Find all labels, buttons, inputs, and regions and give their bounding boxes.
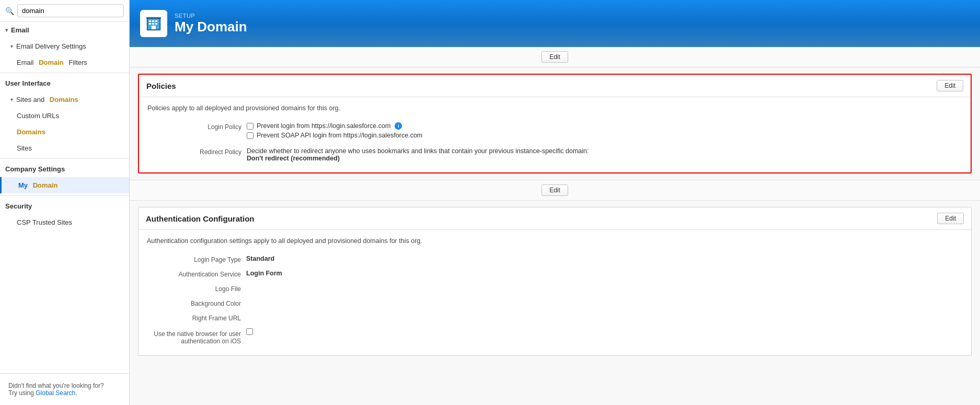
policies-section: Policies Edit Policies apply to all depl… <box>138 74 972 173</box>
sidebar-item-custom-urls[interactable]: Custom URLs <box>0 108 129 124</box>
top-edit-row: Edit <box>130 47 980 67</box>
auth-config-title: Authentication Configuration <box>146 214 254 223</box>
bg-color-row: Background Color <box>147 296 963 310</box>
sidebar-item-domains[interactable]: Domains <box>0 124 129 140</box>
policies-header-row: Policies Edit <box>139 75 971 97</box>
nav-divider-2 <box>0 158 129 159</box>
page-title: My Domain <box>175 19 247 35</box>
sidebar-item-email-delivery[interactable]: ▾ Email Delivery Settings <box>0 38 129 54</box>
sidebar-item-csp-trusted-sites[interactable]: CSP Trusted Sites <box>0 214 129 230</box>
svg-rect-7 <box>155 23 157 25</box>
highlight-domain: Domain <box>37 59 64 66</box>
policies-title: Policies <box>146 82 176 90</box>
sidebar-footer: Didn't find what you're looking for? Try… <box>0 373 129 405</box>
policies-edit-button[interactable]: Edit <box>937 80 963 91</box>
footer-text2: Try using Global Search. <box>8 389 121 397</box>
header-text: SETUP My Domain <box>175 13 247 35</box>
native-browser-checkbox[interactable] <box>246 328 253 335</box>
sidebar-item-company-settings[interactable]: Company Settings <box>0 161 129 177</box>
sidebar-item-email[interactable]: ▾ Email <box>0 22 129 38</box>
auth-config-edit-button[interactable]: Edit <box>937 213 964 224</box>
sidebar-item-sites-domains[interactable]: ▾ Sites and Domains <box>0 91 129 108</box>
main-content: SETUP My Domain Edit Policies Edit Polic… <box>130 0 980 405</box>
svg-rect-8 <box>152 26 156 29</box>
auth-config-body: Authentication configuration settings ap… <box>139 230 971 355</box>
login-policy-row: Login Policy Prevent login from https://… <box>147 119 962 144</box>
svg-rect-9 <box>146 17 161 19</box>
redirect-policy-row: Redirect Policy Decide whether to redire… <box>147 144 962 165</box>
search-icon: 🔍 <box>5 7 14 15</box>
highlight-domains-2: Domains <box>17 128 45 136</box>
info-icon[interactable]: i <box>395 122 402 130</box>
sidebar-item-my-domain[interactable]: My Domain <box>0 177 129 193</box>
checkbox1-label: Prevent login from https://login.salesfo… <box>257 122 390 130</box>
redirect-value: Don't redirect (recommended) <box>247 155 340 162</box>
login-page-type-label: Login Page Type <box>147 255 241 263</box>
checkbox-row-1: Prevent login from https://login.salesfo… <box>247 122 962 130</box>
footer-text1: Didn't find what you're looking for? <box>8 382 121 389</box>
auth-service-value: Login Form <box>246 270 963 277</box>
svg-rect-5 <box>149 23 151 25</box>
middle-edit-row: Edit <box>130 180 980 201</box>
redirect-policy-value: Decide whether to redirect anyone who us… <box>247 147 962 162</box>
nav-divider-3 <box>0 195 129 196</box>
login-page-type-row: Login Page Type Standard <box>147 252 963 267</box>
right-frame-url-label: Right Frame URL <box>147 314 241 322</box>
setup-label: SETUP <box>175 13 247 19</box>
bg-color-label: Background Color <box>147 299 241 307</box>
native-browser-row: Use the native browser for user authenti… <box>147 325 963 348</box>
login-page-type-value: Standard <box>246 255 963 262</box>
auth-config-header-row: Authentication Configuration Edit <box>139 207 971 230</box>
svg-rect-6 <box>152 23 154 25</box>
highlight-domains-1: Domains <box>48 96 78 103</box>
prevent-soap-checkbox[interactable] <box>247 132 253 139</box>
checkbox-row-2: Prevent SOAP API login from https://logi… <box>247 132 962 139</box>
logo-file-row: Logo File <box>147 281 963 296</box>
auth-service-label: Authentication Service <box>147 270 241 278</box>
svg-rect-3 <box>152 20 154 22</box>
native-browser-value <box>246 328 963 337</box>
policies-body: Policies apply to all deployed and provi… <box>139 97 971 172</box>
prevent-login-checkbox[interactable] <box>247 123 253 130</box>
native-browser-label: Use the native browser for user authenti… <box>147 328 241 345</box>
checkbox2-label: Prevent SOAP API login from https://logi… <box>257 132 422 139</box>
search-box: 🔍 <box>0 0 129 22</box>
chevron-down-icon: ▾ <box>5 27 8 33</box>
svg-rect-4 <box>155 20 157 22</box>
nav-divider <box>0 73 129 73</box>
content-area: Edit Policies Edit Policies apply to all… <box>130 47 980 405</box>
highlight-domain-2: Domain <box>31 181 57 189</box>
logo-file-label: Logo File <box>147 284 241 293</box>
top-edit-button[interactable]: Edit <box>541 51 568 63</box>
right-frame-url-row: Right Frame URL <box>147 310 963 325</box>
policies-description: Policies apply to all deployed and provi… <box>147 105 962 112</box>
search-input[interactable] <box>17 4 124 17</box>
header-icon <box>140 10 167 37</box>
svg-rect-2 <box>149 20 151 22</box>
auth-config-section: Authentication Configuration Edit Authen… <box>138 207 972 356</box>
sidebar-item-sites[interactable]: Sites <box>0 140 129 156</box>
sidebar-item-user-interface[interactable]: User Interface <box>0 75 129 91</box>
login-policy-value: Prevent login from https://login.salesfo… <box>247 122 962 141</box>
sidebar: 🔍 ▾ Email ▾ Email Delivery Settings Emai… <box>0 0 130 405</box>
chevron-down-icon: ▾ <box>10 97 13 102</box>
page-header: SETUP My Domain <box>130 0 980 47</box>
redirect-description: Decide whether to redirect anyone who us… <box>247 147 589 155</box>
sidebar-item-email-domain-filters[interactable]: Email Domain Filters <box>0 54 129 71</box>
redirect-policy-label: Redirect Policy <box>147 147 241 156</box>
middle-edit-button[interactable]: Edit <box>541 184 568 196</box>
chevron-down-icon: ▾ <box>10 43 13 49</box>
auth-service-row: Authentication Service Login Form <box>147 267 963 281</box>
global-search-link[interactable]: Global Search <box>36 389 75 397</box>
login-policy-label: Login Policy <box>147 122 241 131</box>
sidebar-item-security[interactable]: Security <box>0 198 129 214</box>
auth-config-description: Authentication configuration settings ap… <box>147 237 963 245</box>
